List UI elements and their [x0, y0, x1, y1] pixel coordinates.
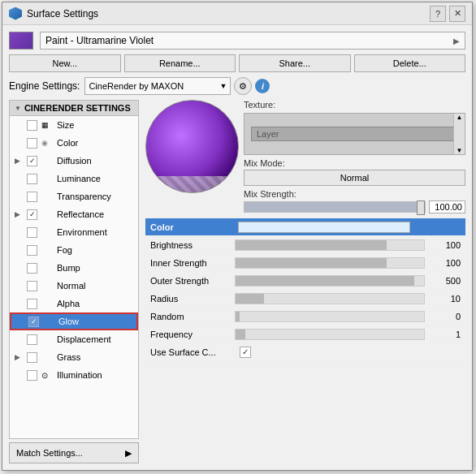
prop-name-radius: Radius [145, 294, 235, 304]
texture-scrollbar[interactable]: ▲ ▼ [453, 114, 465, 154]
channel-checkbox-luminance[interactable] [27, 174, 37, 184]
engine-settings-icon-btn[interactable]: ⚙ [234, 77, 252, 95]
inner-strength-slider[interactable] [235, 257, 425, 269]
window-controls: ? ✕ [430, 6, 465, 22]
channel-checkbox-diffusion[interactable] [27, 156, 37, 166]
engine-select[interactable]: CineRender by MAXON ▼ [84, 77, 231, 95]
section-header-label: CINERENDER SETTINGS [24, 103, 131, 113]
right-panel: Texture: Layer ▲ ▼ Mix Mode: Normal [139, 100, 465, 463]
brightness-fill [236, 240, 387, 250]
rename-button[interactable]: Rename... [124, 54, 236, 72]
action-buttons: New... Rename... Share... Delete... [9, 54, 465, 72]
channel-checkbox-size[interactable] [27, 120, 37, 131]
help-button[interactable]: ? [430, 6, 446, 22]
prop-name-use-surface: Use Surface C... [145, 347, 235, 357]
expand-icon: ▶ [15, 210, 23, 218]
channel-item-fog[interactable]: Fog [10, 241, 138, 259]
material-thumb [9, 32, 33, 50]
slider-fill [244, 202, 417, 212]
channel-checkbox-glow[interactable] [28, 317, 39, 327]
channel-checkbox-alpha[interactable] [27, 299, 37, 309]
prop-value-inner-strength: 100 [425, 258, 465, 268]
preview-section: Texture: Layer ▲ ▼ Mix Mode: Normal [145, 100, 465, 213]
mix-strength-slider[interactable] [244, 201, 426, 213]
prop-value-outer-strength: 500 [425, 276, 465, 286]
channel-item-illumination[interactable]: ⊙ Illumination [10, 366, 138, 384]
channel-label-grass: Grass [57, 352, 80, 362]
channel-item-glow[interactable]: Glow [10, 312, 138, 330]
scroll-down-icon[interactable]: ▼ [457, 147, 463, 154]
channel-checkbox-normal[interactable] [27, 281, 37, 291]
random-fill [236, 312, 240, 321]
engine-label: Engine Settings: [9, 80, 80, 92]
prop-row-radius[interactable]: Radius 10 [145, 290, 465, 308]
channel-item-reflectance[interactable]: ▶ Reflectance [10, 205, 138, 223]
channel-label-diffusion: Diffusion [57, 156, 92, 166]
prop-value-frequency: 1 [425, 330, 465, 339]
channel-item-alpha[interactable]: Alpha [10, 295, 138, 312]
prop-name-outer-strength: Outer Strength [145, 276, 235, 286]
channel-label-size: Size [57, 120, 74, 130]
mix-mode-value: Normal [340, 173, 369, 183]
match-settings-label: Match Settings... [16, 448, 83, 458]
sphere-preview [145, 100, 239, 193]
channel-item-environment[interactable]: Environment [10, 223, 138, 241]
channel-item-bump[interactable]: Bump [10, 259, 138, 277]
color-swatch[interactable] [238, 222, 410, 233]
channel-item-displacement[interactable]: Displacement [10, 330, 138, 348]
match-settings-button[interactable]: Match Settings... ▶ [9, 442, 139, 463]
channel-item-transparency[interactable]: Transparency [10, 187, 138, 205]
channel-icon-size: ▦ [41, 121, 53, 129]
share-button[interactable]: Share... [239, 54, 351, 72]
engine-settings-row: Engine Settings: CineRender by MAXON ▼ ⚙… [9, 77, 465, 95]
mix-strength-value[interactable]: 100.00 [429, 200, 465, 213]
scroll-up-icon[interactable]: ▲ [457, 114, 463, 121]
random-slider[interactable] [235, 311, 425, 322]
mix-mode-select[interactable]: Normal [244, 170, 465, 186]
channel-checkbox-environment[interactable] [27, 227, 37, 238]
new-button[interactable]: New... [9, 54, 121, 72]
material-name-button[interactable]: Paint - Ultramarine Violet ▶ [40, 32, 465, 50]
mix-mode-row: Mix Mode: Normal [244, 158, 465, 186]
close-button[interactable]: ✕ [449, 6, 465, 22]
channel-checkbox-fog[interactable] [27, 245, 37, 256]
prop-name-color: Color [145, 222, 235, 232]
channel-label-displacement: Displacement [57, 334, 111, 344]
channel-item-grass[interactable]: ▶ Grass [10, 348, 138, 366]
channel-checkbox-illumination[interactable] [27, 370, 37, 381]
channel-checkbox-transparency[interactable] [27, 192, 37, 202]
channel-checkbox-color[interactable] [27, 138, 37, 149]
channel-item-luminance[interactable]: Luminance [10, 170, 138, 187]
channel-item-normal[interactable]: Normal [10, 277, 138, 295]
slider-thumb[interactable] [417, 200, 425, 215]
channel-item-size[interactable]: ▦ Size [10, 116, 138, 134]
info-button[interactable]: i [255, 79, 270, 93]
delete-button[interactable]: Delete... [354, 54, 466, 72]
frequency-slider[interactable] [235, 329, 425, 340]
prop-row-inner-strength[interactable]: Inner Strength 100 [145, 254, 465, 272]
prop-row-use-surface[interactable]: Use Surface C... [145, 343, 465, 361]
prop-row-brightness[interactable]: Brightness 100 [145, 236, 465, 254]
channel-checkbox-reflectance[interactable] [27, 209, 37, 220]
radius-slider[interactable] [235, 293, 425, 304]
radius-fill [236, 294, 264, 304]
prop-row-random[interactable]: Random 0 [145, 308, 465, 325]
prop-row-outer-strength[interactable]: Outer Strength 500 [145, 272, 465, 290]
titlebar: Surface Settings ? ✕ [2, 2, 472, 25]
brightness-slider[interactable] [235, 239, 425, 251]
use-surface-checkbox[interactable] [240, 347, 251, 358]
channel-checkbox-grass[interactable] [27, 352, 37, 363]
channel-checkbox-displacement[interactable] [27, 334, 37, 345]
channel-item-diffusion[interactable]: ▶ Diffusion [10, 152, 138, 170]
channel-checkbox-bump[interactable] [27, 263, 37, 274]
prop-row-frequency[interactable]: Frequency 1 [145, 325, 465, 343]
expand-icon: ▶ [15, 157, 23, 165]
texture-area[interactable]: Layer ▲ ▼ [244, 113, 465, 155]
outer-strength-slider[interactable] [235, 275, 425, 287]
prop-row-color[interactable]: Color [145, 218, 465, 236]
channel-label-environment: Environment [57, 227, 107, 237]
channel-item-color[interactable]: ◉ Color [10, 134, 138, 152]
cinerender-section-header[interactable]: ▼ CINERENDER SETTINGS [9, 100, 139, 116]
mix-mode-label: Mix Mode: [244, 158, 465, 168]
channel-label-alpha: Alpha [57, 299, 80, 308]
